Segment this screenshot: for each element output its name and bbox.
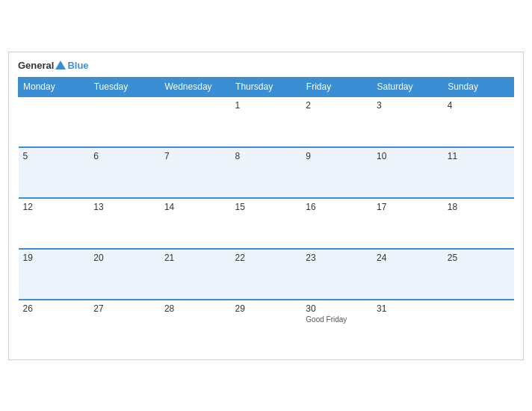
day-cell: 3 — [372, 96, 443, 147]
day-cell: 10 — [372, 147, 443, 198]
day-number: 14 — [164, 202, 226, 212]
day-number: 15 — [235, 202, 297, 212]
day-number: 28 — [164, 303, 226, 314]
day-cell: 1 — [231, 96, 302, 147]
day-number: 25 — [448, 253, 510, 263]
day-number: 3 — [377, 100, 439, 111]
day-number: 21 — [164, 253, 226, 263]
day-cell: 12 — [19, 198, 90, 249]
day-cell: 15 — [231, 198, 302, 249]
day-cell: 31 — [372, 300, 443, 350]
day-number: 2 — [306, 100, 368, 111]
day-number: 12 — [23, 202, 85, 212]
weekday-header-thursday: Thursday — [231, 77, 302, 96]
logo-general: General — [18, 60, 54, 71]
logo-blue: Blue — [67, 60, 88, 71]
day-cell: 30Good Friday — [301, 300, 372, 350]
day-cell — [19, 96, 90, 147]
day-number: 17 — [377, 202, 439, 212]
calendar-header: GeneralBlue — [18, 60, 514, 71]
day-cell: 6 — [89, 147, 160, 198]
day-number: 24 — [377, 253, 439, 263]
day-cell: 7 — [160, 147, 231, 198]
day-number: 10 — [377, 151, 439, 161]
day-cell: 9 — [301, 147, 372, 198]
week-row-3: 12131415161718 — [19, 198, 514, 249]
logo-triangle-icon — [55, 61, 66, 69]
day-cell: 5 — [19, 147, 90, 198]
day-cell: 23 — [301, 249, 372, 300]
weekday-header-friday: Friday — [301, 77, 372, 96]
day-number: 20 — [93, 253, 155, 263]
day-cell: 25 — [443, 249, 514, 300]
day-number: 26 — [23, 303, 85, 314]
day-number: 13 — [93, 202, 155, 212]
day-cell: 28 — [160, 300, 231, 350]
week-row-1: 1234 — [19, 96, 514, 147]
day-number: 22 — [235, 253, 297, 263]
weekday-header-sunday: Sunday — [443, 77, 514, 96]
day-number: 5 — [23, 151, 85, 161]
day-cell: 4 — [443, 96, 514, 147]
day-cell: 22 — [231, 249, 302, 300]
day-cell: 17 — [372, 198, 443, 249]
day-cell: 18 — [443, 198, 514, 249]
day-cell: 24 — [372, 249, 443, 300]
logo: GeneralBlue — [18, 60, 89, 71]
holiday-label: Good Friday — [306, 315, 368, 324]
day-cell: 14 — [160, 198, 231, 249]
day-number: 23 — [306, 253, 368, 263]
day-cell: 21 — [160, 249, 231, 300]
weekday-header-monday: Monday — [19, 77, 90, 96]
day-cell: 16 — [301, 198, 372, 249]
day-cell: 11 — [443, 147, 514, 198]
weekday-header-row: MondayTuesdayWednesdayThursdayFridaySatu… — [19, 77, 514, 96]
weekday-header-tuesday: Tuesday — [89, 77, 160, 96]
day-number: 9 — [306, 151, 368, 161]
calendar: GeneralBlue MondayTuesdayWednesdayThursd… — [8, 52, 524, 360]
day-number: 1 — [235, 100, 297, 111]
day-cell: 19 — [19, 249, 90, 300]
weekday-header-saturday: Saturday — [372, 77, 443, 96]
day-number: 19 — [23, 253, 85, 263]
day-cell: 26 — [19, 300, 90, 350]
week-row-4: 19202122232425 — [19, 249, 514, 300]
day-number: 18 — [448, 202, 510, 212]
day-number: 7 — [164, 151, 226, 161]
day-number: 16 — [306, 202, 368, 212]
day-number: 8 — [235, 151, 297, 161]
day-number: 6 — [93, 151, 155, 161]
week-row-5: 2627282930Good Friday31 — [19, 300, 514, 350]
day-cell: 2 — [301, 96, 372, 147]
day-cell: 13 — [89, 198, 160, 249]
day-cell: 8 — [231, 147, 302, 198]
day-cell: 20 — [89, 249, 160, 300]
day-cell: 27 — [89, 300, 160, 350]
day-cell — [443, 300, 514, 350]
day-cell — [160, 96, 231, 147]
calendar-grid: MondayTuesdayWednesdayThursdayFridaySatu… — [18, 77, 514, 350]
week-row-2: 567891011 — [19, 147, 514, 198]
day-cell — [89, 96, 160, 147]
day-number: 29 — [235, 303, 297, 314]
day-number: 27 — [93, 303, 155, 314]
weekday-header-wednesday: Wednesday — [160, 77, 231, 96]
day-number: 11 — [448, 151, 510, 161]
day-number: 31 — [377, 303, 439, 314]
day-cell: 29 — [231, 300, 302, 350]
day-number: 30 — [306, 303, 368, 314]
day-number: 4 — [448, 100, 510, 111]
